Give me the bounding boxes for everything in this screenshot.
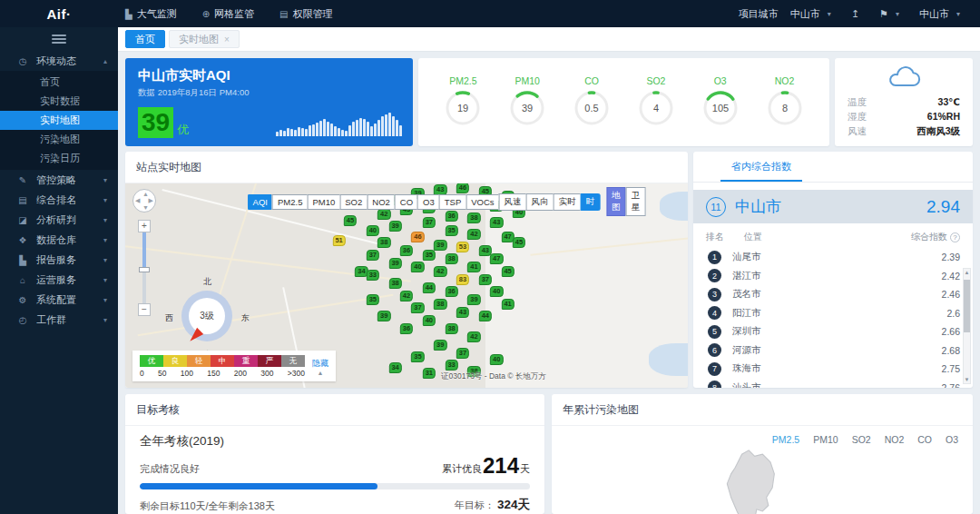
topbar-menu-网格监管[interactable]: ⊕网格监管: [202, 7, 254, 21]
station-marker[interactable]: 38: [445, 323, 457, 334]
station-marker[interactable]: 44: [423, 282, 436, 293]
scroll-down-icon[interactable]: ▼: [964, 377, 970, 382]
zoom-in-button[interactable]: +: [138, 220, 151, 232]
station-marker[interactable]: 39: [388, 258, 401, 269]
map-toolbar-button-AQI[interactable]: AQI: [248, 194, 272, 210]
pan-up-icon[interactable]: ▲: [142, 191, 149, 197]
station-marker[interactable]: 35: [367, 294, 379, 305]
station-marker[interactable]: 31: [423, 368, 436, 379]
station-marker[interactable]: 37: [411, 302, 424, 313]
station-marker[interactable]: 42: [467, 229, 480, 240]
station-marker[interactable]: 37: [367, 250, 379, 261]
ranking-row-茂名市[interactable]: 3茂名市2.46: [693, 285, 962, 304]
map-toolbar-button-风向[interactable]: 风向: [526, 193, 554, 211]
pollutant-tab-PM10[interactable]: PM10: [813, 434, 838, 445]
sidebar-group-报告服务[interactable]: ▙报告服务▾: [0, 250, 118, 270]
station-marker[interactable]: 38: [445, 253, 457, 264]
pan-left-icon[interactable]: ◀: [135, 197, 140, 204]
map-toolbar-button-风速[interactable]: 风速: [499, 193, 526, 211]
map-toolbar-button-TSP[interactable]: TSP: [439, 194, 466, 210]
station-marker[interactable]: 38: [434, 299, 446, 310]
station-marker[interactable]: 37: [456, 348, 469, 359]
ranking-row-阳江市[interactable]: 4阳江市2.6: [693, 304, 962, 323]
map-pan-control[interactable]: ▲ ▼ ◀ ▶: [132, 189, 156, 213]
export-icon[interactable]: ↥: [851, 8, 859, 20]
zoom-track[interactable]: [142, 232, 146, 303]
station-marker[interactable]: 43: [490, 217, 503, 228]
station-marker[interactable]: 36: [445, 286, 457, 297]
map-toolbar-button-PM2.5[interactable]: PM2.5: [272, 194, 307, 210]
scroll-up-icon[interactable]: ▲: [964, 270, 970, 275]
pollutant-tab-PM2.5[interactable]: PM2.5: [772, 434, 799, 445]
station-marker[interactable]: 83: [456, 274, 469, 285]
sidebar-group-管控策略[interactable]: ✎管控策略▾: [0, 170, 118, 190]
station-marker[interactable]: 42: [400, 291, 413, 301]
station-marker[interactable]: 40: [490, 286, 503, 297]
station-marker[interactable]: 39: [388, 221, 401, 232]
station-marker[interactable]: 35: [411, 351, 424, 362]
sidebar-group-综合排名[interactable]: ▤综合排名▾: [0, 190, 118, 210]
pollutant-tab-CO[interactable]: CO: [917, 434, 932, 445]
sidebar-collapse-button[interactable]: [0, 27, 118, 51]
map-toolbar-button-实时[interactable]: 实时: [554, 193, 581, 211]
sidebar-group-数据仓库[interactable]: ❖数据仓库▾: [0, 230, 118, 250]
station-marker[interactable]: 45: [501, 266, 514, 277]
map-toolbar-button-PM10[interactable]: PM10: [307, 194, 339, 210]
map-type-地图[interactable]: 地图: [606, 187, 626, 216]
station-marker[interactable]: 40: [411, 262, 424, 272]
zoom-out-button[interactable]: −: [138, 303, 151, 316]
ranking-row-珠海市[interactable]: 7珠海市2.75: [693, 360, 962, 379]
map-toolbar-button-O3[interactable]: O3: [417, 194, 439, 210]
station-marker[interactable]: 45: [344, 215, 357, 226]
tab-province-composite-index[interactable]: 省内综合指数: [720, 152, 802, 182]
project-city-dropdown[interactable]: 项目城市 中山市 ▾: [739, 7, 831, 21]
map-toolbar-button-CO[interactable]: CO: [395, 194, 417, 210]
station-marker[interactable]: 35: [423, 250, 436, 261]
tab-实时地图[interactable]: 实时地图×: [169, 30, 240, 48]
map-toolbar-button-时[interactable]: 时: [581, 193, 601, 211]
pan-right-icon[interactable]: ▶: [149, 197, 153, 204]
ranking-row-汕尾市[interactable]: 1汕尾市2.39: [693, 248, 962, 267]
sidebar-group-运营服务[interactable]: ⌂运营服务▾: [0, 270, 118, 290]
help-icon[interactable]: ?: [950, 232, 960, 242]
sidebar-group-系统配置[interactable]: ⚙系统配置▾: [0, 290, 118, 310]
map-toolbar-button-VOCs[interactable]: VOCs: [466, 194, 498, 210]
sidebar-item-实时数据[interactable]: 实时数据: [0, 92, 118, 111]
station-marker[interactable]: 44: [479, 311, 492, 321]
station-marker[interactable]: 42: [467, 331, 480, 342]
ranking-row-湛江市[interactable]: 2湛江市2.42: [693, 267, 962, 286]
topbar-menu-大气监测[interactable]: ▙大气监测: [125, 7, 177, 21]
station-marker[interactable]: 39: [377, 311, 390, 321]
sidebar-item-污染日历[interactable]: 污染日历: [0, 149, 118, 168]
station-marker[interactable]: 51: [332, 235, 345, 246]
station-marker[interactable]: 40: [490, 354, 503, 365]
sidebar-item-污染地图[interactable]: 污染地图: [0, 130, 118, 149]
station-marker[interactable]: 39: [434, 340, 446, 351]
station-marker[interactable]: 46: [411, 232, 424, 242]
station-marker[interactable]: 40: [423, 315, 436, 326]
pollutant-tab-NO2[interactable]: NO2: [885, 434, 905, 445]
station-marker[interactable]: 53: [456, 242, 469, 252]
sidebar-group-分析研判[interactable]: ◪分析研判▾: [0, 210, 118, 230]
notification-dropdown[interactable]: ⚑ ▾: [879, 8, 899, 20]
station-marker[interactable]: 37: [423, 217, 436, 228]
station-marker[interactable]: 41: [467, 262, 480, 272]
ranking-row-汕头市[interactable]: 8汕头市2.76: [693, 379, 962, 389]
sidebar-group-环境动态[interactable]: ◷环境动态▴: [0, 51, 118, 71]
station-map[interactable]: AQIPM2.5PM10SO2NO2COO3TSPVOCs风速风向实时时地图卫星…: [125, 183, 688, 388]
pollutant-tab-SO2[interactable]: SO2: [852, 434, 871, 445]
user-city-dropdown[interactable]: 中山市 ▾: [919, 7, 960, 21]
pollutant-tab-O3[interactable]: O3: [946, 434, 958, 445]
station-marker[interactable]: 37: [479, 274, 492, 285]
station-marker[interactable]: 47: [490, 253, 503, 264]
station-marker[interactable]: 33: [445, 360, 457, 371]
current-city-row[interactable]: 11 中山市 2.94: [693, 190, 973, 223]
sidebar-item-首页[interactable]: 首页: [0, 73, 118, 92]
ranking-scrollbar[interactable]: ▲ ▼: [963, 268, 971, 384]
ranking-row-河源市[interactable]: 6河源市2.68: [693, 341, 962, 361]
station-marker[interactable]: 38: [377, 237, 390, 248]
station-marker[interactable]: 38: [388, 278, 401, 289]
station-marker[interactable]: 40: [367, 225, 379, 236]
station-marker[interactable]: 36: [400, 323, 413, 334]
station-marker[interactable]: 34: [388, 362, 401, 373]
